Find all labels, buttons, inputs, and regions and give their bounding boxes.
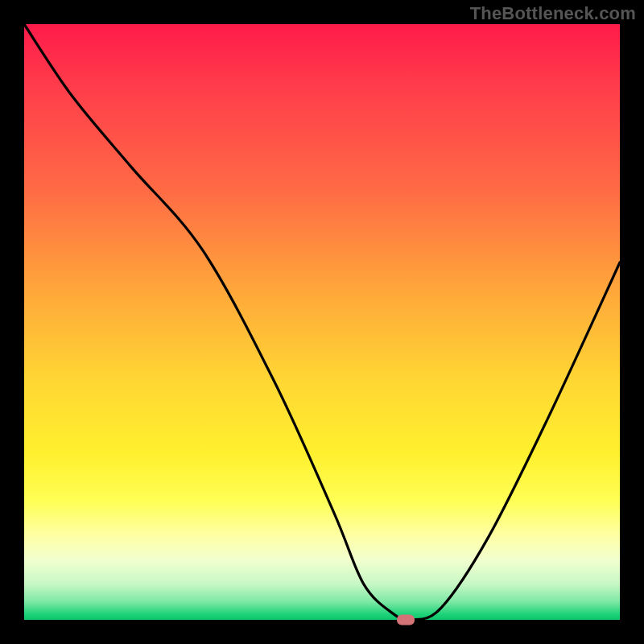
watermark-text: TheBottleneck.com [470,3,636,24]
bottleneck-curve [24,24,620,620]
optimal-point-marker [397,615,415,625]
plot-area [24,24,620,620]
chart-frame: TheBottleneck.com [0,0,644,644]
